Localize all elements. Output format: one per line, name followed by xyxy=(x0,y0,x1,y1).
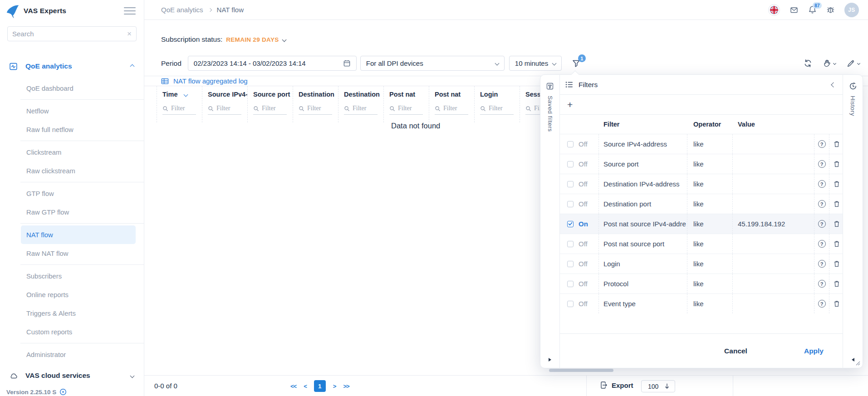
cancel-button[interactable]: Cancel xyxy=(724,347,747,355)
column-filter-input[interactable]: Filter xyxy=(208,105,241,115)
pan-tool-menu[interactable] xyxy=(823,59,836,68)
history-icon[interactable] xyxy=(849,82,857,90)
collapse-panel-icon[interactable] xyxy=(831,82,836,87)
filter-state[interactable]: On xyxy=(579,220,588,228)
filter-checkbox[interactable] xyxy=(567,181,574,187)
column-filter-input[interactable]: Filter xyxy=(344,105,378,115)
mail-icon[interactable] xyxy=(790,6,799,14)
filter-checkbox[interactable] xyxy=(567,141,574,147)
filter-operator[interactable]: like xyxy=(687,274,732,293)
resize-handle-icon[interactable] xyxy=(855,361,860,366)
filter-operator[interactable]: like xyxy=(687,254,732,274)
search-clear-icon[interactable]: × xyxy=(127,30,132,38)
filter-state[interactable]: Off xyxy=(579,200,588,208)
column-filter-input[interactable]: Filter xyxy=(299,105,332,115)
filter-checkbox-checked[interactable] xyxy=(567,221,574,227)
dpi-device-select[interactable]: For all DPI devices xyxy=(360,56,505,71)
filter-name[interactable]: Source port xyxy=(598,154,687,174)
sidebar-item-clickstream[interactable]: Clickstream xyxy=(21,143,136,161)
table-title[interactable]: NAT flow aggregated log xyxy=(173,77,248,85)
page-size-select[interactable]: 100 xyxy=(641,380,675,392)
filter-operator[interactable]: like xyxy=(687,234,732,254)
filter-state[interactable]: Off xyxy=(579,160,588,168)
filter-name[interactable]: Destination IPv4-address xyxy=(598,174,687,194)
filter-operator[interactable]: like xyxy=(687,174,732,194)
column-filter-input[interactable]: Filter xyxy=(253,105,287,115)
help-icon[interactable]: ? xyxy=(818,160,826,168)
sidebar-item-raw-full-netflow[interactable]: Raw full netflow xyxy=(21,120,136,139)
help-icon[interactable]: ? xyxy=(818,300,826,308)
filter-name[interactable]: Destination port xyxy=(598,194,687,214)
language-flag-icon[interactable] xyxy=(768,4,780,16)
filter-name[interactable]: Event type xyxy=(598,294,687,313)
filter-operator[interactable]: like xyxy=(687,294,732,313)
filter-checkbox[interactable] xyxy=(567,161,574,167)
filter-operator[interactable]: like xyxy=(687,214,732,234)
last-page-button[interactable]: >> xyxy=(343,383,349,390)
column-filter-input[interactable]: Filter xyxy=(389,105,423,115)
filter-value[interactable] xyxy=(732,294,814,313)
horizontal-scrollbar[interactable] xyxy=(549,369,613,372)
filter-operator[interactable]: like xyxy=(687,134,732,154)
delete-filter-icon[interactable] xyxy=(834,220,840,227)
export-button[interactable]: Export xyxy=(600,381,633,389)
filter-operator[interactable]: like xyxy=(687,154,732,174)
filter-state[interactable]: Off xyxy=(579,260,588,268)
expand-left-icon[interactable] xyxy=(852,358,854,362)
period-range-input[interactable]: 02/23/2023 14:14 - 03/02/2023 14:14 xyxy=(188,56,357,71)
sidebar-item-raw-nat-flow[interactable]: Raw NAT flow xyxy=(21,244,136,263)
apply-button[interactable]: Apply xyxy=(804,347,824,355)
filter-value[interactable] xyxy=(732,134,814,154)
filters-toggle-button[interactable]: 1 xyxy=(572,59,581,68)
filter-value[interactable] xyxy=(732,154,814,174)
filter-name[interactable]: Post nat source IPv4-addre xyxy=(598,214,687,234)
filter-checkbox[interactable] xyxy=(567,301,574,307)
next-page-button[interactable]: > xyxy=(333,383,336,390)
prev-page-button[interactable]: < xyxy=(304,383,307,390)
filter-operator[interactable]: like xyxy=(687,194,732,214)
filter-checkbox[interactable] xyxy=(567,201,574,207)
sort-desc-icon[interactable] xyxy=(183,92,188,97)
user-avatar[interactable]: JS xyxy=(844,3,859,17)
version-info-icon[interactable] xyxy=(59,388,67,396)
bug-report-icon[interactable] xyxy=(826,5,835,14)
delete-filter-icon[interactable] xyxy=(834,200,840,207)
sidebar-item-raw-gtp-flow[interactable]: Raw GTP flow xyxy=(21,203,136,221)
filter-checkbox[interactable] xyxy=(567,281,574,287)
column-filter-input[interactable]: Filter xyxy=(480,105,514,115)
sidebar-item-triggers-alerts[interactable]: Triggers & Alerts xyxy=(21,304,136,323)
saved-filters-icon[interactable] xyxy=(546,82,554,90)
delete-filter-icon[interactable] xyxy=(834,300,840,307)
refresh-button[interactable] xyxy=(804,59,812,68)
saved-filters-tab[interactable]: Saved filters xyxy=(547,96,554,132)
add-filter-button[interactable]: + xyxy=(567,100,573,109)
sidebar-item-custom-reports[interactable]: Custom reports xyxy=(21,323,136,341)
help-icon[interactable]: ? xyxy=(818,240,826,248)
help-icon[interactable]: ? xyxy=(818,180,826,188)
help-icon[interactable]: ? xyxy=(818,220,826,228)
interval-select[interactable]: 10 minutes xyxy=(509,56,562,71)
filter-value[interactable] xyxy=(732,174,814,194)
nav-group-vas-cloud-services[interactable]: VAS cloud services xyxy=(0,367,144,385)
sidebar-item-administrator[interactable]: Administrator xyxy=(21,345,136,364)
expand-right-icon[interactable] xyxy=(549,358,551,362)
filter-name[interactable]: Post nat source port xyxy=(598,234,687,254)
filter-state[interactable]: Off xyxy=(579,300,588,308)
filter-value[interactable] xyxy=(732,194,814,214)
filter-state[interactable]: Off xyxy=(579,240,588,248)
filter-state[interactable]: Off xyxy=(579,280,588,288)
notifications-bell-icon[interactable]: 87 xyxy=(808,5,817,14)
column-filter-input[interactable]: Filter xyxy=(435,105,468,115)
delete-filter-icon[interactable] xyxy=(834,240,840,247)
filter-state[interactable]: Off xyxy=(579,180,588,188)
chevron-down-icon[interactable] xyxy=(282,37,286,42)
delete-filter-icon[interactable] xyxy=(834,260,840,267)
column-filter-input[interactable]: Filter xyxy=(162,105,196,115)
filter-checkbox[interactable] xyxy=(567,261,574,267)
sidebar-item-online-reports[interactable]: Online reports xyxy=(21,285,136,304)
delete-filter-icon[interactable] xyxy=(834,161,840,167)
search-input[interactable] xyxy=(12,30,127,38)
filter-name[interactable]: Source IPv4-address xyxy=(598,134,687,154)
help-icon[interactable]: ? xyxy=(818,280,826,288)
help-icon[interactable]: ? xyxy=(818,260,826,268)
